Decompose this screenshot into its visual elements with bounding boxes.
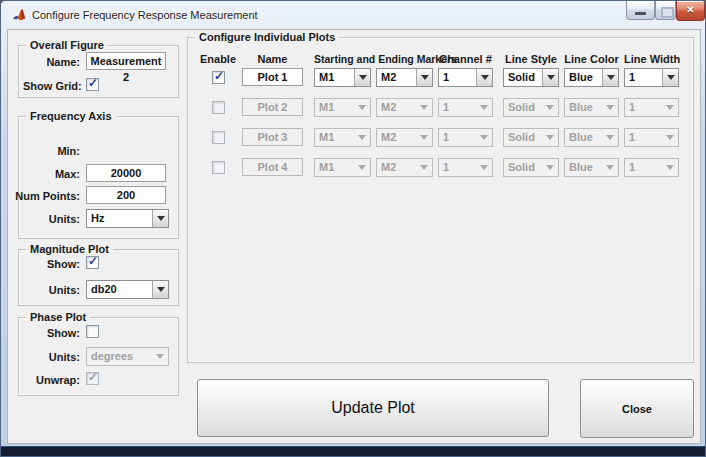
plot1-line-width-dropdown[interactable]: 1 bbox=[624, 68, 679, 87]
window-title: Configure Frequency Response Measurement bbox=[32, 9, 258, 21]
close-button[interactable]: Close bbox=[580, 379, 694, 438]
title-bar[interactable]: Configure Frequency Response Measurement bbox=[1, 1, 705, 29]
chevron-down-icon bbox=[602, 69, 618, 86]
line-color-value: Blue bbox=[565, 99, 602, 116]
channel-value: 1 bbox=[439, 129, 476, 146]
update-plot-button[interactable]: Update Plot bbox=[197, 379, 549, 437]
plot2-line-style-dropdown: Solid bbox=[503, 98, 559, 117]
plot1-end-marker-dropdown[interactable]: M2 bbox=[376, 68, 433, 87]
num-points-field[interactable]: 200 bbox=[86, 186, 166, 204]
max-field[interactable]: 20000 bbox=[86, 164, 166, 182]
chevron-down-icon bbox=[152, 210, 168, 227]
min-label: Min: bbox=[31, 145, 80, 157]
end-marker-value: M2 bbox=[377, 129, 416, 146]
chevron-down-icon bbox=[416, 159, 432, 176]
plot4-name-field: Plot 4 bbox=[242, 158, 303, 176]
plot3-line-width-dropdown: 1 bbox=[624, 128, 679, 147]
plot2-line-color-dropdown: Blue bbox=[564, 98, 619, 117]
chevron-down-icon bbox=[542, 69, 558, 86]
plot3-start-marker-dropdown: M1 bbox=[314, 128, 371, 147]
window-bottom-edge bbox=[1, 446, 706, 456]
individual-plots-legend: Configure Individual Plots bbox=[195, 31, 339, 43]
col-header-line-width: Line Width bbox=[624, 53, 679, 65]
plot4-line-color-dropdown: Blue bbox=[564, 158, 619, 177]
phase-show-checkbox[interactable] bbox=[86, 325, 99, 338]
plot2-enable-checkbox[interactable] bbox=[212, 101, 225, 114]
unwrap-label: Unwrap: bbox=[23, 374, 80, 386]
plot3-channel-dropdown: 1 bbox=[438, 128, 493, 147]
line-color-value: Blue bbox=[565, 159, 602, 176]
chevron-down-icon bbox=[476, 129, 492, 146]
plot3-line-style-dropdown: Solid bbox=[503, 128, 559, 147]
phase-plot-legend: Phase Plot bbox=[26, 311, 90, 323]
plot2-name-field: Plot 2 bbox=[242, 98, 303, 116]
line-width-value: 1 bbox=[625, 129, 662, 146]
chevron-down-icon bbox=[476, 159, 492, 176]
chevron-down-icon bbox=[354, 69, 370, 86]
matlab-logo-icon bbox=[12, 8, 26, 22]
magnitude-plot-legend: Magnitude Plot bbox=[26, 243, 113, 255]
dialog-window: Configure Frequency Response Measurement… bbox=[0, 0, 706, 457]
magnitude-units-dropdown[interactable]: db20 bbox=[86, 280, 169, 299]
plot2-line-width-dropdown: 1 bbox=[624, 98, 679, 117]
unwrap-checkbox bbox=[86, 372, 99, 385]
plot2-end-marker-dropdown: M2 bbox=[376, 98, 433, 117]
figure-name-field[interactable]: Measurement 2 bbox=[86, 52, 166, 70]
start-marker-value: M1 bbox=[315, 69, 354, 86]
chevron-down-icon bbox=[354, 159, 370, 176]
plot4-line-width-dropdown: 1 bbox=[624, 158, 679, 177]
line-style-value: Solid bbox=[504, 129, 542, 146]
plot1-channel-dropdown[interactable]: 1 bbox=[438, 68, 493, 87]
phase-units-label: Units: bbox=[23, 351, 80, 363]
chevron-down-icon bbox=[416, 129, 432, 146]
line-color-value: Blue bbox=[565, 129, 602, 146]
chevron-down-icon bbox=[152, 281, 168, 298]
plot1-enable-checkbox[interactable] bbox=[212, 71, 225, 84]
plot1-start-marker-dropdown[interactable]: M1 bbox=[314, 68, 371, 87]
line-width-value: 1 bbox=[625, 99, 662, 116]
plot3-line-color-dropdown: Blue bbox=[564, 128, 619, 147]
close-window-button[interactable] bbox=[676, 1, 705, 21]
plot4-start-marker-dropdown: M1 bbox=[314, 158, 371, 177]
plot3-end-marker-dropdown: M2 bbox=[376, 128, 433, 147]
line-color-value: Blue bbox=[565, 69, 602, 86]
plot1-line-style-dropdown[interactable]: Solid bbox=[503, 68, 559, 87]
chevron-down-icon bbox=[542, 129, 558, 146]
plot4-line-style-dropdown: Solid bbox=[503, 158, 559, 177]
chevron-down-icon bbox=[416, 99, 432, 116]
maximize-button bbox=[655, 1, 676, 20]
end-marker-value: M2 bbox=[377, 159, 416, 176]
magnitude-show-checkbox[interactable] bbox=[86, 256, 99, 269]
plot1-line-color-dropdown[interactable]: Blue bbox=[564, 68, 619, 87]
chevron-down-icon bbox=[476, 99, 492, 116]
start-marker-value: M1 bbox=[315, 99, 354, 116]
minimize-button[interactable] bbox=[626, 1, 655, 20]
channel-value: 1 bbox=[439, 159, 476, 176]
magnitude-show-label: Show: bbox=[23, 258, 80, 270]
chevron-down-icon bbox=[152, 348, 168, 365]
show-grid-checkbox[interactable] bbox=[86, 78, 99, 91]
freq-units-label: Units: bbox=[23, 213, 80, 225]
num-points-label: Num Points: bbox=[15, 190, 80, 202]
col-header-enable: Enable bbox=[193, 53, 243, 65]
plot4-enable-checkbox[interactable] bbox=[212, 161, 225, 174]
phase-show-label: Show: bbox=[23, 327, 80, 339]
plot1-name-field[interactable]: Plot 1 bbox=[242, 68, 303, 86]
end-marker-value: M2 bbox=[377, 99, 416, 116]
plot3-enable-checkbox[interactable] bbox=[212, 131, 225, 144]
name-label: Name: bbox=[31, 56, 80, 68]
freq-units-value: Hz bbox=[87, 210, 152, 227]
col-header-name: Name bbox=[242, 53, 303, 65]
line-style-value: Solid bbox=[504, 69, 542, 86]
chevron-down-icon bbox=[662, 159, 678, 176]
plot2-start-marker-dropdown: M1 bbox=[314, 98, 371, 117]
chevron-down-icon bbox=[602, 159, 618, 176]
plot4-channel-dropdown: 1 bbox=[438, 158, 493, 177]
line-style-value: Solid bbox=[504, 159, 542, 176]
plot2-channel-dropdown: 1 bbox=[438, 98, 493, 117]
channel-value: 1 bbox=[439, 69, 476, 86]
max-label: Max: bbox=[31, 168, 80, 180]
line-width-value: 1 bbox=[625, 69, 662, 86]
freq-units-dropdown[interactable]: Hz bbox=[86, 209, 169, 228]
chevron-down-icon bbox=[354, 129, 370, 146]
